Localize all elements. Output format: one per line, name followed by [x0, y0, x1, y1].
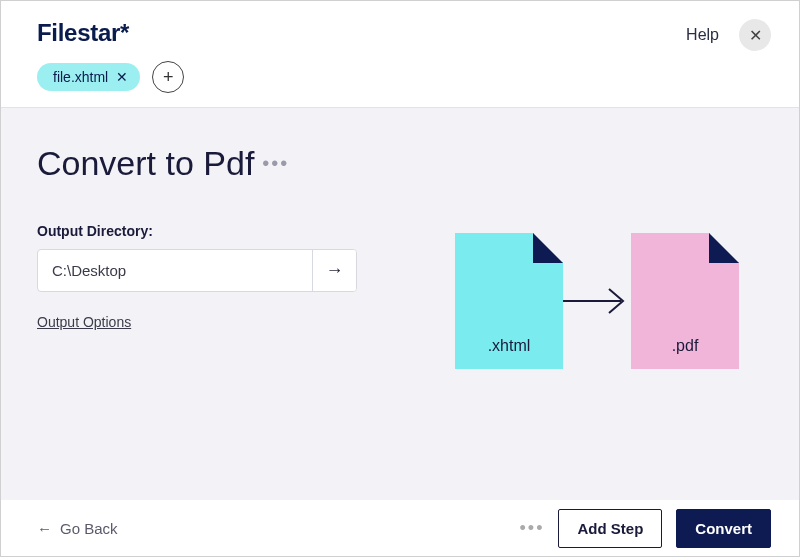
more-icon[interactable]: •••: [262, 152, 289, 175]
plus-icon: +: [163, 68, 174, 86]
app-title: Filestar*: [37, 19, 184, 47]
add-step-button[interactable]: Add Step: [558, 509, 662, 548]
main-panel: Convert to Pdf ••• Output Directory: → O…: [1, 107, 799, 501]
close-icon[interactable]: ✕: [116, 70, 128, 84]
output-dir-group: →: [37, 249, 357, 292]
content-row: Output Directory: → Output Options .xhtm…: [37, 223, 763, 369]
arrow-right-icon: →: [326, 260, 344, 281]
close-icon: ✕: [749, 26, 762, 45]
go-back-label: Go Back: [60, 520, 118, 537]
page-title: Convert to Pdf: [37, 144, 254, 183]
output-dir-label: Output Directory:: [37, 223, 357, 239]
target-ext-label: .pdf: [672, 337, 699, 355]
file-chip[interactable]: file.xhtml ✕: [37, 63, 140, 91]
footer-right: ••• Add Step Convert: [520, 509, 771, 548]
help-link[interactable]: Help: [686, 26, 719, 44]
go-back-button[interactable]: ← Go Back: [37, 520, 118, 537]
conversion-illustration: .xhtml .pdf: [455, 233, 739, 369]
footer: ← Go Back ••• Add Step Convert: [1, 500, 799, 556]
convert-button[interactable]: Convert: [676, 509, 771, 548]
source-ext-label: .xhtml: [488, 337, 531, 355]
target-file-icon: .pdf: [631, 233, 739, 369]
file-chip-row: file.xhtml ✕ +: [37, 61, 184, 93]
close-window-button[interactable]: ✕: [739, 19, 771, 51]
browse-dir-button[interactable]: →: [312, 250, 356, 291]
output-settings: Output Directory: → Output Options: [37, 223, 357, 331]
add-file-button[interactable]: +: [152, 61, 184, 93]
file-chip-label: file.xhtml: [53, 69, 108, 85]
more-icon[interactable]: •••: [520, 518, 545, 539]
source-file-icon: .xhtml: [455, 233, 563, 369]
header-right: Help ✕: [686, 19, 771, 51]
header: Filestar* file.xhtml ✕ + Help ✕: [1, 1, 799, 107]
output-dir-input[interactable]: [38, 250, 312, 291]
output-options-link[interactable]: Output Options: [37, 314, 131, 330]
arrow-left-icon: ←: [37, 520, 52, 537]
page-title-row: Convert to Pdf •••: [37, 144, 763, 183]
arrow-right-icon: [561, 285, 633, 317]
header-left: Filestar* file.xhtml ✕ +: [37, 19, 184, 93]
